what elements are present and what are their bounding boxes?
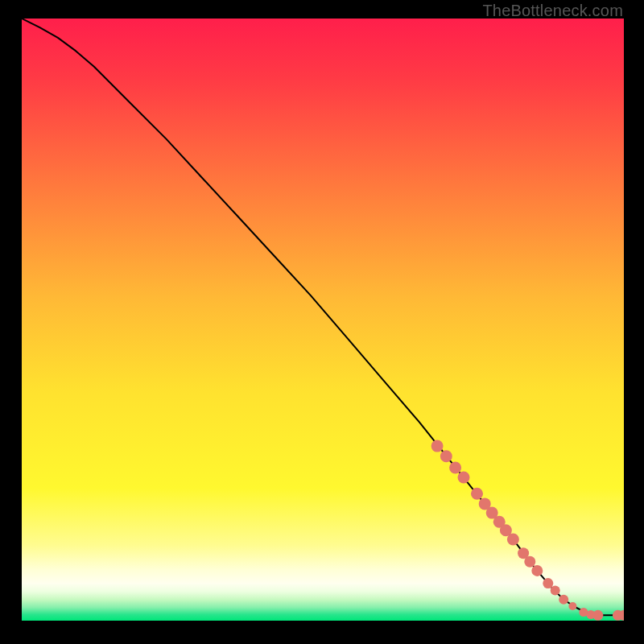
watermark-text: TheBottleneck.com — [482, 2, 623, 20]
gradient-background — [22, 19, 624, 621]
chart-frame — [22, 19, 624, 621]
data-marker — [507, 534, 519, 546]
data-marker — [440, 450, 452, 462]
bottleneck-chart — [22, 19, 624, 621]
data-marker — [471, 488, 483, 500]
data-marker — [551, 586, 560, 596]
data-marker — [449, 462, 461, 474]
data-marker — [524, 556, 535, 568]
data-marker — [568, 602, 576, 610]
data-marker — [559, 595, 568, 605]
data-marker — [431, 440, 444, 452]
data-marker — [543, 578, 553, 588]
data-marker — [458, 472, 470, 484]
data-marker — [592, 610, 603, 621]
data-marker — [531, 565, 543, 576]
